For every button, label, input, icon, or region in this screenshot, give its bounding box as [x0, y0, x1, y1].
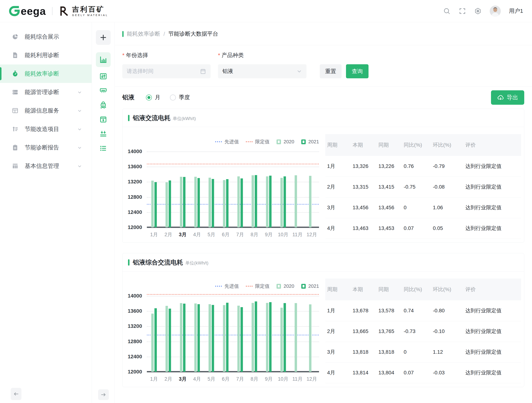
legend-item[interactable]: 限定值	[246, 283, 270, 290]
radio-quarter[interactable]: 季度	[170, 94, 190, 101]
sidebar-collapse-button[interactable]	[11, 388, 21, 400]
year-filter-label: *年份选择	[122, 51, 211, 59]
bar-2020-10月[interactable]	[280, 178, 283, 227]
sidebar-item[interactable]: 能耗利用诊断	[0, 46, 92, 64]
pie-chart-icon	[12, 33, 19, 40]
query-button[interactable]: 查询	[346, 64, 368, 78]
bar-2020-10月[interactable]	[280, 308, 283, 372]
sidebar-item[interactable]: 基本信息管理	[0, 157, 92, 175]
legend-item[interactable]: 2021	[301, 139, 319, 145]
bar-2021-7月[interactable]	[241, 178, 243, 227]
bar-2020-11月[interactable]	[295, 303, 297, 372]
tool-air-conditioner-icon[interactable]	[96, 85, 111, 97]
bar-2021-1月[interactable]	[154, 308, 157, 372]
bar-2020-8月[interactable]	[252, 303, 254, 372]
legend-item[interactable]: 2021	[301, 283, 319, 289]
tool-double-download-icon[interactable]	[96, 128, 111, 140]
sidebar-item-label: 能耗综合展示	[25, 33, 59, 41]
bar-2021-10月[interactable]	[284, 303, 286, 372]
breadcrumb-parent[interactable]: 能耗效率诊断	[127, 30, 160, 38]
bar-2020-4月[interactable]	[194, 177, 197, 227]
legend-item[interactable]: 限定值	[246, 139, 270, 145]
bar-2020-7月[interactable]	[237, 176, 240, 227]
brand-divider	[52, 7, 52, 15]
bar-2021-4月[interactable]	[197, 304, 200, 372]
sidebar-item[interactable]: 节能改造项目	[0, 120, 92, 138]
bar-2020-5月[interactable]	[209, 304, 211, 372]
radio-month-label: 月	[155, 94, 160, 101]
bar-2021-2月[interactable]	[169, 180, 171, 227]
bar-2021-6月[interactable]	[226, 179, 228, 227]
bar-2020-1月[interactable]	[151, 181, 154, 227]
bar-2020-6月[interactable]	[223, 305, 225, 372]
product-select[interactable]: 铝液	[218, 64, 306, 78]
legend-item[interactable]: 先进值	[215, 139, 239, 145]
bar-2021-6月[interactable]	[226, 303, 228, 372]
settings-icon[interactable]	[474, 7, 481, 15]
sidebar-item[interactable]: 能耗综合展示	[0, 27, 92, 46]
geega-wordmark: eega	[21, 5, 46, 17]
tool-sliders-icon[interactable]	[96, 70, 111, 82]
search-icon[interactable]	[443, 7, 450, 15]
water-pump-icon	[99, 101, 107, 109]
bar-2021-9月[interactable]	[269, 302, 272, 372]
tool-bar-chart-icon[interactable]	[96, 52, 111, 67]
bar-2020-7月[interactable]	[237, 306, 240, 372]
sidebar-item[interactable]: 能源管理诊断	[0, 83, 92, 101]
bar-2021-1月[interactable]	[154, 182, 157, 227]
bar-2020-1月[interactable]	[151, 314, 154, 372]
bar-2020-11月[interactable]	[295, 175, 297, 227]
table-cell: 1月	[325, 156, 351, 176]
bar-2021-3月[interactable]	[183, 177, 185, 227]
app-root: eega 吉利百矿 GEELY MATERIAL	[0, 0, 532, 403]
bar-2021-5月[interactable]	[212, 179, 214, 227]
tool-power-window-icon[interactable]	[96, 113, 111, 126]
avatar-image	[490, 6, 501, 17]
bar-2021-8月[interactable]	[255, 302, 257, 372]
tool-plus-icon[interactable]	[96, 30, 111, 45]
user-name[interactable]: 用户1	[509, 7, 523, 15]
year-date-input[interactable]: 请选择时间	[122, 64, 211, 78]
geely-mark-icon	[59, 6, 70, 16]
bar-2020-6月[interactable]	[223, 180, 225, 227]
bar-2020-5月[interactable]	[209, 178, 211, 227]
bar-2021-10月[interactable]	[284, 176, 286, 227]
bar-2020-2月[interactable]	[165, 182, 168, 227]
legend-item[interactable]: 2020	[277, 139, 294, 145]
bar-2020-9月[interactable]	[266, 176, 268, 227]
legend-item[interactable]: 2020	[277, 283, 294, 289]
bar-2020-9月[interactable]	[266, 303, 268, 372]
bar-2020-3月[interactable]	[180, 303, 182, 372]
strip-expand-button[interactable]	[98, 389, 109, 400]
table-cell: 13,415	[377, 176, 402, 197]
bar-2021-7月[interactable]	[241, 307, 243, 372]
bar-2020-8月[interactable]	[252, 175, 254, 227]
bar-2020-4月[interactable]	[194, 303, 197, 372]
bar-2020-12月[interactable]	[309, 304, 311, 372]
avatar[interactable]	[490, 6, 501, 17]
export-button[interactable]: 导出	[491, 90, 524, 105]
bar-2020-2月[interactable]	[165, 306, 168, 372]
bar-2020-12月[interactable]	[309, 176, 311, 227]
table-cell: 13,315	[351, 176, 377, 197]
bar-2021-4月[interactable]	[197, 178, 200, 227]
year-filter-group: *年份选择 请选择时间	[122, 51, 211, 78]
sidebar-item[interactable]: 能源信息服务	[0, 101, 92, 120]
bar-2021-5月[interactable]	[212, 305, 214, 372]
sidebar-item[interactable]: 能耗效率诊断	[0, 64, 92, 83]
fullscreen-icon[interactable]	[459, 7, 466, 15]
bar-2021-3月[interactable]	[183, 304, 185, 372]
reset-button[interactable]: 重置	[320, 64, 342, 78]
bar-2021-2月[interactable]	[169, 309, 171, 372]
plot-area	[147, 296, 319, 372]
sidebar-item[interactable]: 节能诊断报告	[0, 138, 92, 157]
legend-item[interactable]: 先进值	[215, 283, 239, 290]
bar-2021-8月[interactable]	[255, 175, 257, 227]
air-conditioner-icon	[99, 87, 107, 95]
tool-list-icon[interactable]	[96, 142, 111, 154]
radio-month[interactable]: 月	[146, 94, 160, 101]
bar-2021-9月[interactable]	[269, 176, 272, 227]
tool-water-pump-icon[interactable]	[96, 99, 111, 111]
bar-2020-3月[interactable]	[180, 177, 182, 227]
plus-icon	[99, 33, 107, 42]
